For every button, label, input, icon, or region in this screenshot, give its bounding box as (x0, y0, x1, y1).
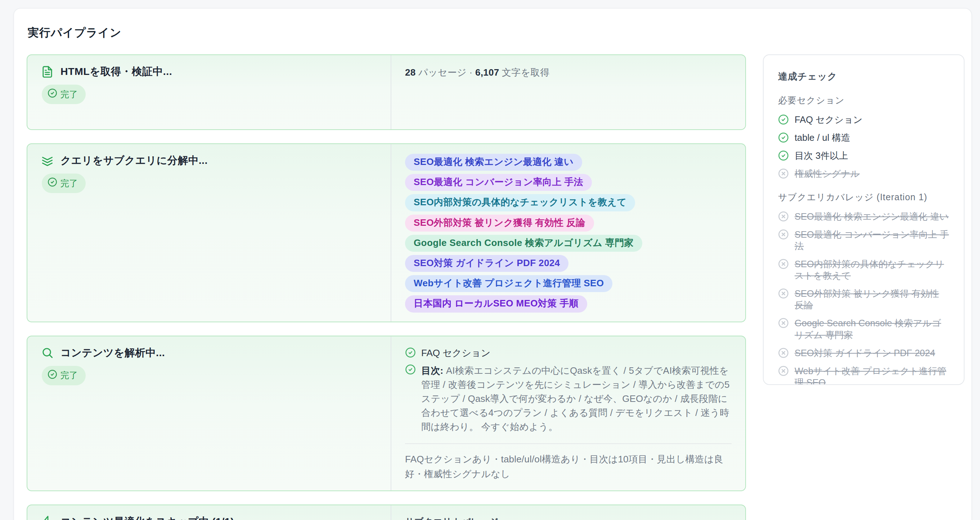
coverage-item-label: SEO外部対策 被リンク獲得 有効性 反論 (795, 288, 950, 311)
check-circle-icon (405, 347, 416, 358)
status-label: 完了 (60, 89, 78, 100)
required-item-label: 目次 3件以上 (795, 150, 848, 161)
step-title: コンテンツ最適化をスキップ中 (1/1)... (60, 515, 243, 520)
coverage-item-label: Webサイト改善 プロジェクト進行管理 SEO (795, 365, 950, 385)
subquery-tag: SEO対策 ガイドライン PDF 2024 (405, 255, 568, 272)
x-circle-icon (778, 259, 789, 269)
step-card-decompose-query: クエリをサブクエリに分解中... 完了 SEO最適化 検索エンジン最適化 違い … (27, 143, 746, 322)
check-label: FAQ セクション (421, 347, 490, 359)
coverage-item: Google Search Console 検索アルゴリズム 専門家 (778, 317, 950, 340)
step-detail-pane: FAQ セクション 目次: AI検索エコシステムの中心にQaskを置く / 5タ… (391, 336, 745, 490)
required-item: 権威性シグナル (778, 168, 950, 179)
check-circle-icon (48, 369, 57, 382)
check-circle-icon (48, 177, 57, 189)
step-summary-pane: コンテンツを解析中... 完了 (27, 336, 391, 490)
step-detail-pane: サブクエリカバレッジ 不足 74% SEO最適化 検索エンジン最適化 違い 新規… (391, 505, 745, 520)
search-icon (41, 347, 54, 359)
x-circle-icon (778, 229, 789, 240)
divider (405, 443, 732, 444)
coverage-item: Webサイト改善 プロジェクト進行管理 SEO (778, 365, 950, 385)
step-title: HTMLを取得・検証中... (60, 65, 172, 78)
toc-items: AI検索エコシステムの中心にQaskを置く / 5タブでAI検索可視性を管理 /… (421, 365, 730, 432)
fetch-stats: 28 パッセージ · 6,107 文字を取得 (405, 64, 732, 79)
subquery-tag: Google Search Console 検索アルゴリズム 専門家 (405, 235, 642, 252)
check-circle-icon (405, 364, 416, 375)
achievement-title: 達成チェック (778, 70, 950, 83)
coverage-item-label: SEO最適化 コンバージョン率向上 手法 (795, 229, 950, 252)
analysis-check-item: 目次: AI検索エコシステムの中心にQaskを置く / 5タブでAI検索可視性を… (405, 363, 732, 434)
coverage-item-label: SEO最適化 検索エンジン最適化 違い (795, 211, 949, 222)
subquery-tag: SEO内部対策の具体的なチェックリストを教えて (405, 194, 635, 211)
x-circle-icon (778, 211, 789, 222)
check-circle-icon (778, 150, 789, 161)
main-container: 実行パイプライン HTMLを取得・検証中... 完了 28 パッセージ · 6,… (13, 8, 972, 520)
coverage-item: SEO最適化 コンバージョン率向上 手法 (778, 229, 950, 252)
x-circle-icon (778, 288, 789, 299)
passage-count: 28 (405, 67, 416, 78)
status-badge: 完了 (42, 173, 86, 193)
status-label: 完了 (60, 178, 78, 189)
x-circle-icon (778, 168, 789, 179)
check-circle-icon (778, 132, 789, 143)
file-text-icon (41, 65, 54, 78)
required-item: FAQ セクション (778, 114, 950, 125)
required-item-label: table / ul 構造 (795, 132, 850, 143)
subquery-tag: SEO最適化 コンバージョン率向上 手法 (405, 174, 592, 191)
char-unit: 文字を取得 (500, 67, 550, 78)
required-item-label: FAQ セクション (795, 114, 862, 125)
zap-icon (41, 515, 54, 520)
subquery-tag: SEO外部対策 被リンク獲得 有効性 反論 (405, 215, 594, 232)
x-circle-icon (778, 318, 789, 328)
subquery-tag: SEO最適化 検索エンジン最適化 違い (405, 154, 582, 171)
subquery-tag: 日本国内 ローカルSEO MEO対策 手順 (405, 295, 587, 312)
passage-unit: パッセージ · (416, 67, 475, 78)
step-card-fetch-html: HTMLを取得・検証中... 完了 28 パッセージ · 6,107 文字を取得 (27, 54, 746, 130)
step-card-analyze-content: コンテンツを解析中... 完了 FAQ セクション 目次: AI検索エコシステム… (27, 336, 746, 491)
coverage-item: SEO内部対策の具体的なチェックリストを教えて (778, 258, 950, 281)
step-detail-pane: 28 パッセージ · 6,107 文字を取得 (391, 55, 745, 129)
pipeline-steps: HTMLを取得・検証中... 完了 28 パッセージ · 6,107 文字を取得 (27, 54, 746, 520)
analysis-summary-text: FAQセクションあり・table/ul/ol構造あり・目次は10項目・見出し構造… (405, 452, 732, 482)
coverage-item-label: SEO対策 ガイドライン PDF 2024 (795, 347, 935, 359)
coverage-item-label: SEO内部対策の具体的なチェックリストを教えて (795, 258, 950, 281)
subquery-coverage-heading: サブクエリカバレッジ (Iteration 1) (778, 191, 950, 203)
layers-icon (41, 154, 54, 167)
analysis-check-item: FAQ セクション (405, 347, 732, 359)
coverage-item: SEO対策 ガイドライン PDF 2024 (778, 347, 950, 359)
step-card-skip-optimization: コンテンツ最適化をスキップ中 (1/1)... 完了 サブクエリカバレッジ 不足… (27, 504, 746, 520)
required-item: table / ul 構造 (778, 132, 950, 143)
required-sections-heading: 必要セクション (778, 94, 950, 106)
status-badge: 完了 (42, 366, 86, 385)
subquery-tag: Webサイト改善 プロジェクト進行管理 SEO (405, 275, 612, 292)
coverage-item: SEO最適化 検索エンジン最適化 違い (778, 211, 950, 222)
step-detail-pane: SEO最適化 検索エンジン最適化 違い SEO最適化 コンバージョン率向上 手法… (391, 144, 745, 321)
required-item-label: 権威性シグナル (795, 168, 860, 179)
coverage-section-label: サブクエリカバレッジ (405, 514, 732, 520)
check-circle-icon (778, 114, 789, 125)
coverage-item-label: Google Search Console 検索アルゴリズム 専門家 (795, 317, 950, 340)
required-item: 目次 3件以上 (778, 150, 950, 161)
step-title: コンテンツを解析中... (60, 346, 165, 360)
x-circle-icon (778, 366, 789, 376)
char-count: 6,107 (475, 67, 500, 78)
page-title: 実行パイプライン (28, 25, 121, 40)
status-label: 完了 (60, 369, 78, 381)
toc-label: 目次: (421, 365, 443, 376)
step-summary-pane: コンテンツ最適化をスキップ中 (1/1)... 完了 (27, 505, 391, 520)
step-summary-pane: HTMLを取得・検証中... 完了 (27, 55, 391, 129)
analysis-check-list: FAQ セクション 目次: AI検索エコシステムの中心にQaskを置く / 5タ… (405, 345, 732, 434)
status-badge: 完了 (42, 84, 86, 104)
achievement-panel: 達成チェック 必要セクション FAQ セクション table / ul 構造 目… (763, 54, 964, 385)
check-circle-icon (48, 88, 57, 100)
x-circle-icon (778, 348, 789, 358)
step-summary-pane: クエリをサブクエリに分解中... 完了 (27, 144, 391, 321)
coverage-item: SEO外部対策 被リンク獲得 有効性 反論 (778, 288, 950, 311)
toc-summary: 目次: AI検索エコシステムの中心にQaskを置く / 5タブでAI検索可視性を… (421, 363, 732, 434)
step-title: クエリをサブクエリに分解中... (60, 154, 208, 167)
subquery-tag-list: SEO最適化 検索エンジン最適化 違い SEO最適化 コンバージョン率向上 手法… (405, 153, 732, 313)
